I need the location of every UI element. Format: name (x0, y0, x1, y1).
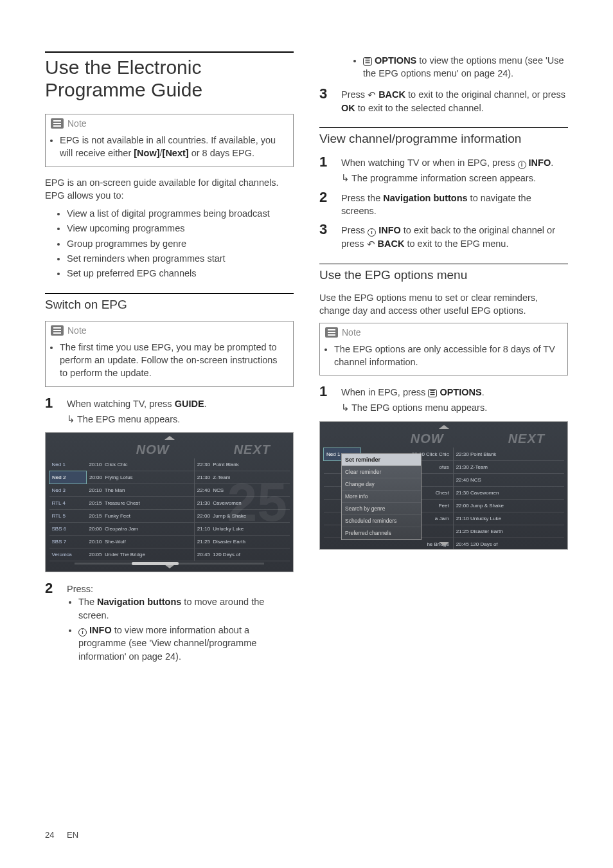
options-icon: ☰ (363, 57, 372, 66)
note-icon (325, 327, 338, 338)
arrow-icon: ↳ (341, 401, 350, 414)
intro-text: Use the EPG options menu to set or clear… (319, 291, 568, 318)
step-result: ↳The programme information screen appear… (341, 172, 568, 185)
note-box-3: Note The EPG options are only accessible… (319, 323, 568, 376)
page-footer: 24 EN (45, 830, 78, 840)
note-text: The first time you use EPG, you may be p… (60, 341, 287, 380)
step-number: 2 (45, 581, 55, 669)
info-icon: i (78, 628, 87, 637)
list-item: Set up preferred EPG channels (67, 267, 294, 280)
note-text: The EPG options are only accessible for … (334, 343, 561, 369)
note-box-1: Note EPG is not available in all countri… (45, 114, 294, 167)
list-item: View a list of digital programmes being … (67, 207, 294, 220)
step-text: Press the Navigation buttons to navigate… (341, 192, 568, 218)
page-number: 24 (45, 830, 54, 840)
note-text: EPG is not available in all countries. I… (60, 134, 287, 160)
note-label: Note (342, 327, 361, 338)
subheading-view-info: View channel/programme information (319, 127, 568, 146)
list-item: View upcoming programmes (67, 222, 294, 235)
list-item: i INFO to view more information about a … (78, 624, 294, 663)
step-number: 1 (319, 384, 330, 415)
step-result: ↳The EPG menu appears. (67, 413, 294, 426)
step-number: 3 (319, 222, 330, 251)
step-text: Press ↶ BACK to exit to the original cha… (341, 88, 568, 115)
options-icon: ☰ (428, 389, 437, 397)
subheading-options-menu: Use the EPG options menu (319, 264, 568, 282)
list-item: Set reminders when programmes start (67, 252, 294, 265)
intro-text: EPG is an on-screen guide available for … (45, 176, 294, 203)
list-item: ☰ OPTIONS to view the options menu (see … (363, 54, 568, 80)
note-icon (51, 118, 64, 129)
back-icon: ↶ (367, 238, 375, 251)
feature-list: View a list of digital programmes being … (67, 207, 294, 280)
subheading-switch-on: Switch on EPG (45, 293, 294, 312)
note-icon (51, 325, 64, 336)
note-label: Note (67, 118, 87, 129)
main-heading: Use the Electronic Programme Guide (45, 51, 294, 101)
page-lang: EN (67, 830, 78, 840)
list-item: Group programmes by genre (67, 237, 294, 250)
list-item: The Navigation buttons to move around th… (78, 595, 294, 622)
step-text: When in EPG, press ☰ OPTIONS. (341, 386, 568, 399)
note-box-2: Note The first time you use EPG, you may… (45, 321, 294, 387)
step-text: Press: (67, 583, 294, 595)
note-label: Note (67, 325, 87, 336)
step-text: When watching TV, press GUIDE. (67, 397, 294, 410)
step-number: 1 (45, 396, 55, 426)
step-result: ↳The EPG options menu appears. (341, 401, 568, 414)
info-icon: i (518, 161, 526, 169)
arrow-icon: ↳ (67, 413, 76, 426)
step-number: 3 (319, 87, 330, 115)
back-icon: ↶ (368, 89, 376, 102)
info-icon: i (368, 228, 376, 237)
epg-screenshot-2: NOWNEXT Ned 120:10 Click Chic22:30 Point… (319, 421, 568, 550)
step-text: When watching TV or when in EPG, press i… (341, 156, 568, 169)
step-number: 2 (319, 190, 330, 218)
step-number: 1 (319, 155, 330, 185)
step-text: Press i INFO to exit back to the origina… (341, 224, 568, 251)
arrow-icon: ↳ (341, 172, 350, 185)
epg-screenshot-1: NOWNEXT 25 Ned 120:10 Click Chic22:30 Po… (45, 432, 294, 572)
